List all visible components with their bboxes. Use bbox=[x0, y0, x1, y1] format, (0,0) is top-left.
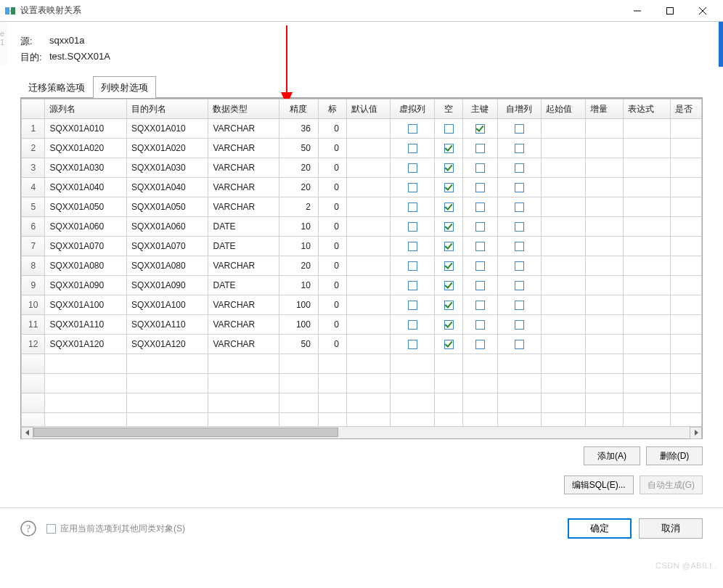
col-precision[interactable]: 精度 bbox=[279, 99, 318, 119]
cell-iscol[interactable] bbox=[670, 315, 701, 335]
cell-default[interactable] bbox=[346, 197, 391, 217]
checkbox-pk[interactable] bbox=[475, 242, 485, 251]
cell-expr[interactable] bbox=[623, 295, 670, 315]
cell-type[interactable]: VARCHAR bbox=[208, 139, 279, 158]
cell-scale[interactable]: 0 bbox=[318, 276, 346, 295]
cell-dst[interactable]: SQXX01A080 bbox=[126, 256, 208, 276]
col-src[interactable]: 源列名 bbox=[45, 99, 127, 119]
cell-expr[interactable] bbox=[623, 139, 670, 158]
table-row[interactable]: 11SQXX01A110SQXX01A110VARCHAR1000 bbox=[22, 315, 702, 335]
edit-sql-button[interactable]: 编辑SQL(E)... bbox=[564, 475, 634, 494]
cell-precision[interactable]: 20 bbox=[279, 178, 318, 197]
cell-iscol[interactable] bbox=[670, 139, 701, 158]
scroll-left-icon[interactable] bbox=[21, 427, 33, 439]
cell-src[interactable]: SQXX01A060 bbox=[45, 217, 127, 237]
cell-dst[interactable]: SQXX01A050 bbox=[126, 197, 208, 217]
cell-precision[interactable]: 10 bbox=[279, 276, 318, 295]
cell-src[interactable]: SQXX01A040 bbox=[45, 178, 127, 197]
cell-scale[interactable]: 0 bbox=[318, 315, 346, 335]
cell-start[interactable] bbox=[542, 276, 586, 295]
add-button[interactable]: 添加(A) bbox=[584, 446, 640, 465]
ok-button[interactable]: 确定 bbox=[568, 518, 632, 539]
checkbox-pk[interactable] bbox=[475, 320, 485, 330]
checkbox-virtual[interactable] bbox=[408, 163, 417, 173]
cell-precision[interactable]: 50 bbox=[279, 335, 318, 354]
checkbox-pk[interactable] bbox=[475, 144, 485, 153]
cell-dst[interactable]: SQXX01A020 bbox=[126, 139, 208, 158]
checkbox-nullable[interactable] bbox=[444, 261, 454, 271]
cell-scale[interactable]: 0 bbox=[318, 139, 346, 158]
checkbox-nullable[interactable] bbox=[444, 242, 454, 251]
cell-start[interactable] bbox=[542, 237, 586, 256]
cell-precision[interactable]: 10 bbox=[279, 237, 318, 256]
cell-scale[interactable]: 0 bbox=[318, 178, 346, 197]
cell-precision[interactable]: 20 bbox=[279, 256, 318, 276]
checkbox-autoinc[interactable] bbox=[515, 261, 524, 271]
checkbox-autoinc[interactable] bbox=[515, 320, 524, 330]
cell-increment[interactable] bbox=[585, 119, 623, 139]
cell-expr[interactable] bbox=[623, 119, 670, 139]
cell-start[interactable] bbox=[542, 256, 586, 276]
table-row[interactable]: 12SQXX01A120SQXX01A120VARCHAR500 bbox=[22, 335, 702, 354]
cell-start[interactable] bbox=[542, 217, 586, 237]
cell-scale[interactable]: 0 bbox=[318, 217, 346, 237]
checkbox-autoinc[interactable] bbox=[515, 242, 524, 251]
cell-src[interactable]: SQXX01A100 bbox=[45, 295, 127, 315]
checkbox-virtual[interactable] bbox=[408, 340, 417, 349]
checkbox-nullable[interactable] bbox=[444, 222, 454, 232]
table-row[interactable]: 6SQXX01A060SQXX01A060DATE100 bbox=[22, 217, 702, 237]
cell-iscol[interactable] bbox=[670, 158, 701, 178]
cell-increment[interactable] bbox=[585, 315, 623, 335]
cell-type[interactable]: VARCHAR bbox=[208, 335, 279, 354]
cell-default[interactable] bbox=[346, 237, 391, 256]
cell-start[interactable] bbox=[542, 315, 586, 335]
cell-default[interactable] bbox=[346, 256, 391, 276]
cell-precision[interactable]: 20 bbox=[279, 158, 318, 178]
checkbox-nullable[interactable] bbox=[444, 281, 454, 290]
cell-start[interactable] bbox=[542, 139, 586, 158]
cell-default[interactable] bbox=[346, 178, 391, 197]
checkbox-pk[interactable] bbox=[475, 340, 485, 349]
cell-start[interactable] bbox=[542, 119, 586, 139]
col-expr[interactable]: 表达式 bbox=[623, 99, 670, 119]
cell-expr[interactable] bbox=[623, 256, 670, 276]
cell-start[interactable] bbox=[542, 178, 586, 197]
cell-iscol[interactable] bbox=[670, 295, 701, 315]
tab-mapping[interactable]: 列映射选项 bbox=[93, 76, 156, 98]
checkbox-pk[interactable] bbox=[475, 301, 485, 310]
maximize-button[interactable] bbox=[653, 1, 686, 21]
cell-precision[interactable]: 36 bbox=[279, 119, 318, 139]
checkbox-nullable[interactable] bbox=[444, 144, 454, 153]
cell-increment[interactable] bbox=[585, 217, 623, 237]
tab-migration[interactable]: 迁移策略选项 bbox=[20, 76, 93, 98]
col-increment[interactable]: 增量 bbox=[585, 99, 623, 119]
checkbox-nullable[interactable] bbox=[444, 163, 454, 173]
checkbox-virtual[interactable] bbox=[408, 203, 417, 212]
col-default[interactable]: 默认值 bbox=[346, 99, 391, 119]
checkbox-pk[interactable] bbox=[475, 203, 485, 212]
cell-type[interactable]: VARCHAR bbox=[208, 119, 279, 139]
table-row[interactable]: 5SQXX01A050SQXX01A050VARCHAR20 bbox=[22, 197, 702, 217]
cell-dst[interactable]: SQXX01A100 bbox=[126, 295, 208, 315]
cell-type[interactable]: VARCHAR bbox=[208, 178, 279, 197]
checkbox-autoinc[interactable] bbox=[515, 124, 524, 134]
cell-increment[interactable] bbox=[585, 178, 623, 197]
table-row[interactable]: 2SQXX01A020SQXX01A020VARCHAR500 bbox=[22, 139, 702, 158]
cell-src[interactable]: SQXX01A030 bbox=[45, 158, 127, 178]
cell-dst[interactable]: SQXX01A090 bbox=[126, 276, 208, 295]
checkbox-pk[interactable] bbox=[475, 261, 485, 271]
cell-src[interactable]: SQXX01A080 bbox=[45, 256, 127, 276]
cell-expr[interactable] bbox=[623, 335, 670, 354]
cell-increment[interactable] bbox=[585, 276, 623, 295]
minimize-button[interactable] bbox=[621, 1, 653, 21]
col-iscol[interactable]: 是否 bbox=[670, 99, 701, 119]
checkbox-autoinc[interactable] bbox=[515, 183, 524, 192]
cell-type[interactable]: VARCHAR bbox=[208, 256, 279, 276]
cell-iscol[interactable] bbox=[670, 256, 701, 276]
cell-src[interactable]: SQXX01A110 bbox=[45, 315, 127, 335]
cell-expr[interactable] bbox=[623, 197, 670, 217]
scrollbar-thumb[interactable] bbox=[33, 428, 338, 437]
cell-precision[interactable]: 10 bbox=[279, 217, 318, 237]
close-button[interactable] bbox=[686, 1, 719, 21]
col-virtual[interactable]: 虚拟列 bbox=[391, 99, 435, 119]
